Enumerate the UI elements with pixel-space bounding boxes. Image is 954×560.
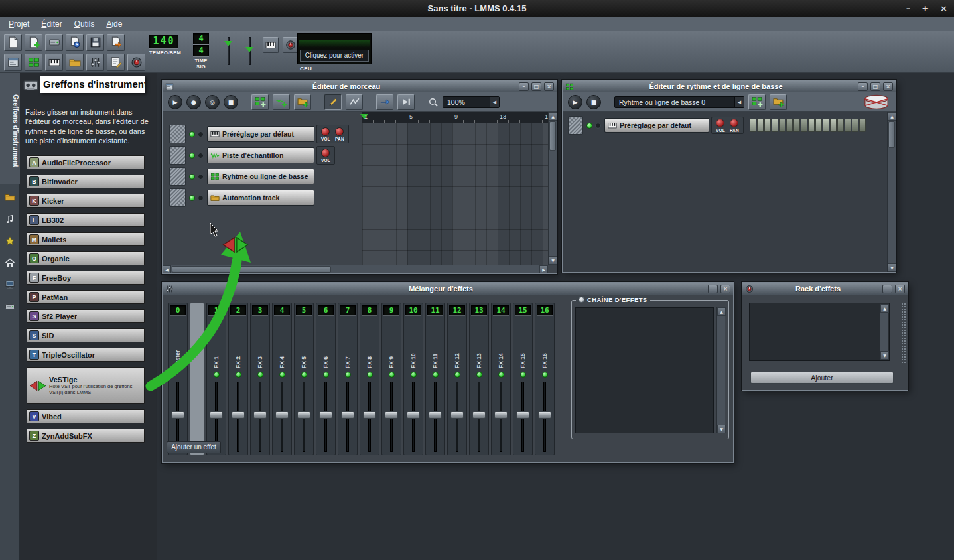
fx-channel-1[interactable]: 1FX 1 xyxy=(206,303,226,455)
bb-stop-button[interactable]: ■ xyxy=(586,95,601,109)
menu-item-diter[interactable]: Éditer xyxy=(35,17,68,31)
song-editor-titlebar[interactable]: Éditeur de morceau – □ × xyxy=(163,80,557,92)
track-name-button[interactable]: Préréglage par défaut xyxy=(207,126,314,142)
window-maximize-button[interactable]: + xyxy=(921,3,929,13)
timesig-denominator-lcd[interactable]: 4 xyxy=(193,45,209,56)
bb-editor-maximize-button[interactable]: □ xyxy=(870,82,880,91)
plugin-item-sid[interactable]: SSID xyxy=(27,328,145,342)
window-titlebar[interactable]: Sans titre - LMMS 0.4.15 – + × xyxy=(0,0,954,17)
beat-step-4[interactable] xyxy=(772,119,778,132)
fx-channel-2[interactable]: 2FX 2 xyxy=(228,303,248,455)
fx-channel-4[interactable]: 4FX 4 xyxy=(272,303,292,455)
channel-led[interactable] xyxy=(520,372,526,378)
effect-chain-scrollbar[interactable]: ▲ ▼ xyxy=(716,307,725,433)
scroll-thumb[interactable] xyxy=(172,266,331,273)
pan-knob[interactable] xyxy=(335,127,344,136)
scroll-up-button[interactable]: ▲ xyxy=(717,307,726,316)
track-solo-led[interactable] xyxy=(198,153,204,159)
track-grip[interactable] xyxy=(169,146,186,165)
fader-handle[interactable] xyxy=(210,411,223,419)
combo-arrow-icon[interactable]: ◀ xyxy=(734,97,744,107)
controller-button[interactable] xyxy=(283,37,299,53)
channel-led[interactable] xyxy=(389,372,395,378)
channel-fader[interactable] xyxy=(385,380,398,453)
export-project-button[interactable] xyxy=(107,34,125,51)
sidebar-tab-my-computer[interactable] xyxy=(0,273,20,295)
scroll-up-button[interactable]: ▲ xyxy=(888,112,896,121)
fader-handle[interactable] xyxy=(407,411,420,419)
beat-step-5[interactable] xyxy=(779,119,785,132)
fx-rack-titlebar[interactable]: Rack d'effets – × xyxy=(742,283,908,295)
track-mute-led[interactable] xyxy=(586,123,592,129)
plugin-item-vestige[interactable]: VeSTigeHôte VST pour l'utilisation de gr… xyxy=(27,367,145,404)
fx-rack-minimize-button[interactable]: – xyxy=(882,285,892,293)
sidebar-tab-my-samples[interactable] xyxy=(0,208,20,230)
channel-led[interactable] xyxy=(542,372,548,378)
toggle-bb-editor-button[interactable] xyxy=(25,54,42,71)
knob-pan[interactable]: PAN xyxy=(335,127,344,141)
plugin-item-kicker[interactable]: KKicker xyxy=(27,194,145,208)
time-signature-control[interactable]: 4 4 TIME SIG xyxy=(190,33,212,70)
channel-led[interactable] xyxy=(301,372,307,378)
knob-pan[interactable]: PAN xyxy=(730,119,739,133)
channel-fader[interactable] xyxy=(253,380,267,453)
master-pitch-handle[interactable] xyxy=(245,47,253,52)
bb-play-button[interactable]: ▶ xyxy=(568,95,582,109)
channel-led[interactable] xyxy=(323,372,329,378)
menu-item-projet[interactable]: Projet xyxy=(3,17,35,31)
add-automation-track-button[interactable] xyxy=(294,94,311,110)
channel-fader[interactable] xyxy=(494,380,508,453)
beat-step-9[interactable] xyxy=(808,119,815,132)
add-automation-pattern-button[interactable] xyxy=(770,94,787,110)
add-bb-track-button[interactable] xyxy=(251,94,269,110)
fader-handle[interactable] xyxy=(538,411,551,419)
fader-handle[interactable] xyxy=(171,411,184,419)
channel-fader[interactable] xyxy=(319,380,332,453)
fx-channel-11[interactable]: 11FX 11 xyxy=(425,303,445,455)
plugin-item-sf2-player[interactable]: SSf2 Player xyxy=(27,309,145,323)
fx-channel-master[interactable]: 0Master xyxy=(168,303,188,455)
channel-led[interactable] xyxy=(433,372,439,378)
fx-channel-10[interactable]: 10FX 10 xyxy=(403,303,423,455)
beat-step-6[interactable] xyxy=(786,119,793,132)
fx-channel-9[interactable]: 9FX 9 xyxy=(381,303,401,455)
track-solo-led[interactable] xyxy=(198,195,204,201)
channel-fader[interactable] xyxy=(429,380,442,453)
knob-vol[interactable]: VOL xyxy=(321,149,330,163)
fx-channel-16[interactable]: 16FX 16 xyxy=(535,303,555,455)
channel-fader[interactable] xyxy=(450,380,464,453)
knob-vol[interactable]: VOL xyxy=(716,119,725,133)
bb-editor-close-button[interactable]: × xyxy=(883,82,893,91)
channel-fader[interactable] xyxy=(472,380,486,453)
toggle-controller-rack-button[interactable] xyxy=(127,54,145,71)
fx-selected-strip[interactable] xyxy=(190,303,204,455)
goto-position-button[interactable] xyxy=(376,94,393,110)
fader-handle[interactable] xyxy=(297,411,310,419)
fx-rack-scrollbar[interactable]: ▲ ▼ xyxy=(880,304,888,360)
master-pitch-button[interactable] xyxy=(263,37,279,53)
resize-grip[interactable] xyxy=(901,303,906,364)
menu-item-outils[interactable]: Outils xyxy=(68,17,101,31)
bb-editor-minimize-button[interactable]: – xyxy=(858,82,868,91)
toggle-project-notes-button[interactable] xyxy=(107,54,125,71)
goto-end-button[interactable] xyxy=(397,94,415,110)
sidebar-splitter[interactable] xyxy=(157,73,157,560)
fx-channel-8[interactable]: 8FX 8 xyxy=(360,303,379,455)
beat-step-12[interactable] xyxy=(830,119,837,132)
plugin-item-organic[interactable]: OOrganic xyxy=(27,251,145,265)
song-editor-vertical-scrollbar[interactable]: ▲ ▼ xyxy=(548,112,557,265)
fx-channel-6[interactable]: 6FX 6 xyxy=(316,303,336,455)
toggle-song-editor-button[interactable] xyxy=(4,54,22,71)
channel-fader[interactable] xyxy=(407,380,420,453)
visualization-display[interactable]: Cliquez pour activer xyxy=(297,33,372,64)
track-name-button[interactable]: Piste d'échantillon xyxy=(207,147,314,163)
channel-led[interactable] xyxy=(236,372,241,378)
play-button[interactable]: ▶ xyxy=(168,95,182,109)
channel-led[interactable] xyxy=(279,372,285,378)
sidebar-tab-my-projects[interactable] xyxy=(0,186,20,208)
beat-step-3[interactable] xyxy=(764,119,771,132)
fx-mixer-titlebar[interactable]: Mélangeur d'effets – × xyxy=(163,283,733,295)
fader-handle[interactable] xyxy=(363,411,376,419)
beat-step-2[interactable] xyxy=(757,119,764,132)
fx-mixer-minimize-button[interactable]: – xyxy=(708,285,718,293)
